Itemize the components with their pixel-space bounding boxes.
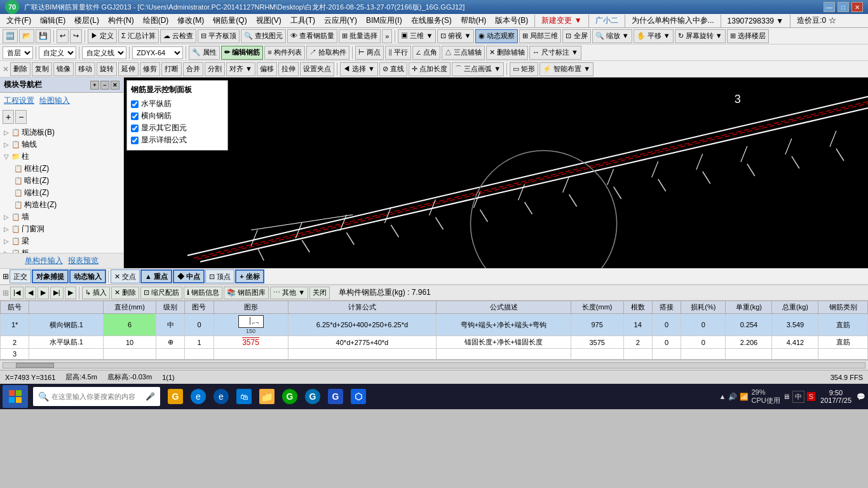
define-btn[interactable]: ▶ 定义 [88, 29, 117, 43]
rect-btn[interactable]: ▭ 矩形 [510, 62, 538, 76]
tree-item-xianjiaob[interactable]: ▷📋现浇板(B) [1, 126, 122, 139]
maximize-button[interactable]: □ [837, 2, 849, 12]
calc-btn[interactable]: Σ 汇总计算 [118, 29, 159, 43]
save-btn[interactable]: 💾 [36, 29, 51, 43]
taskbar-app-g3[interactable]: G [325, 386, 346, 407]
custom-line-select[interactable]: 自定义线 [82, 46, 126, 59]
extend-btn[interactable]: 延伸 [118, 62, 139, 76]
custom-select[interactable]: 自定义 [39, 46, 76, 59]
delete-btn[interactable]: 删除 [10, 62, 31, 76]
scrollbar-track[interactable] [3, 362, 865, 369]
stretch-btn[interactable]: 拉伸 [278, 62, 299, 76]
close-button[interactable]: ✕ [851, 2, 863, 12]
local-3d-btn[interactable]: ⊞ 局部三维 [519, 29, 561, 43]
edit-rebar-btn[interactable]: ✏ 编辑钢筋 [221, 46, 263, 60]
select-btn[interactable]: ◀ 选择 ▼ [340, 62, 378, 76]
steel-close-btn[interactable]: 关闭 [309, 287, 330, 299]
zoom-btn[interactable]: 🔍 缩放 ▼ [592, 29, 632, 43]
tree-item-menchuangdong[interactable]: ▷📋门窗洞 [1, 223, 122, 235]
engineering-settings-link[interactable]: 工程设置 [4, 95, 34, 106]
trim-btn[interactable]: 修剪 [140, 62, 160, 76]
pan-btn[interactable]: ✋ 平移 ▼ [634, 29, 674, 43]
rotate-btn[interactable]: 旋转 [97, 62, 117, 76]
three-point-axis-btn[interactable]: △ 三点辅轴 [442, 46, 485, 60]
menu-view[interactable]: 视图(V) [252, 14, 285, 27]
snap-intersect-btn[interactable]: ✕ 交点 [111, 269, 140, 283]
menu-tools[interactable]: 工具(T) [287, 14, 319, 27]
set-grip-btn[interactable]: 设置夹点 [300, 62, 334, 76]
snap-vertex-btn[interactable]: ⊡ 顶点 [205, 269, 234, 283]
search-box[interactable]: 🔍 🎤 [33, 387, 160, 406]
move-btn[interactable]: 移动 [75, 62, 95, 76]
dynamic-obs-btn[interactable]: ◉ 动态观察 [475, 29, 518, 43]
steel-library-btn[interactable]: 📚 钢筋图库 [224, 287, 269, 299]
tray-icon-1[interactable]: ▲ [719, 393, 726, 400]
snap-coord-btn[interactable]: + 坐标 [235, 269, 264, 283]
taskbar-app-folder[interactable]: 📁 [257, 386, 277, 407]
merge-btn[interactable]: 合并 [183, 62, 203, 76]
horizontal-scrollbar[interactable] [0, 360, 868, 370]
menu-bim[interactable]: BIM应用(I) [362, 14, 406, 27]
find-element-btn[interactable]: 🔍 查找图元 [241, 29, 286, 43]
drawing-input-link[interactable]: 绘图输入 [39, 95, 70, 106]
canvas-area[interactable]: 钢筋显示控制面板 水平纵筋 横向钢筋 显示其它图元 显示详细公式 [124, 78, 868, 268]
time-display[interactable]: 9:50 2017/7/25 [820, 389, 851, 404]
tree-item-zhouxi[interactable]: ▷📋轴线 [1, 139, 122, 151]
menu-why[interactable]: 为什么单构件输入中参... [628, 14, 718, 27]
checkbox-formula[interactable]: 显示详细公式 [131, 134, 224, 146]
menu-edit[interactable]: 编辑(E) [36, 14, 69, 27]
align-btn[interactable]: 对齐 ▼ [226, 62, 255, 76]
checkbox-transverse[interactable]: 横向钢筋 [131, 110, 224, 122]
arc-btn[interactable]: ⌒ 三点画弧 ▼ [452, 62, 504, 76]
single-component-link[interactable]: 单构件输入 [25, 255, 63, 266]
copy-btn[interactable]: 复制 [32, 62, 52, 76]
minimize-button[interactable]: — [824, 2, 835, 12]
drawing-canvas[interactable]: 3 A X Y [124, 78, 868, 268]
snap-ortho-btn[interactable]: 正交 [10, 269, 31, 283]
pick-component-btn[interactable]: ↗ 拾取构件 [306, 46, 349, 60]
nav-add-btn[interactable]: + [3, 110, 14, 124]
top-view-btn[interactable]: ⊡ 俯视 ▼ [437, 29, 474, 43]
3d-btn[interactable]: ▣ 三维 ▼ [398, 29, 436, 43]
undo-btn[interactable]: ↩ [57, 29, 69, 43]
line-btn[interactable]: ⊘ 直线 [379, 62, 407, 76]
steel-delete-btn[interactable]: ✕ 删除 [111, 287, 139, 299]
angle-point-btn[interactable]: ∠ 点角 [412, 46, 440, 60]
tree-item-zhu[interactable]: ▽📁柱 [1, 151, 122, 163]
level-slab-btn[interactable]: ⊟ 平齐板顶 [198, 29, 240, 43]
steel-last-btn[interactable]: ▶| [50, 287, 64, 299]
snap-dynamic-btn[interactable]: 动态输入 [69, 269, 106, 283]
nav-btn-1[interactable]: + [90, 81, 99, 90]
two-point-btn[interactable]: ⊢ 两点 [355, 46, 384, 60]
taskbar-app-store[interactable]: 🛍 [234, 386, 254, 407]
menu-online[interactable]: 在线服务(S) [407, 14, 456, 27]
taskbar-app-g1[interactable]: G [280, 386, 300, 407]
tray-input-method[interactable]: S [807, 392, 815, 401]
view-rebar-btn[interactable]: 👁 查看钢筋量 [287, 29, 337, 43]
report-preview-link[interactable]: 报表预览 [68, 255, 98, 266]
property-btn[interactable]: 🔧 属性 [189, 46, 220, 60]
tray-icon-2[interactable]: 🔊 [728, 393, 737, 401]
menu-help[interactable]: 帮助(H) [457, 14, 491, 27]
menu-gxe[interactable]: 广小二 [592, 14, 622, 27]
tree-item-duanzhu[interactable]: 📋端柱(Z) [1, 187, 122, 199]
search-input[interactable] [51, 393, 146, 400]
table-row[interactable]: 3 [1, 349, 868, 360]
menu-component[interactable]: 构件(N) [104, 14, 138, 27]
split-btn[interactable]: 分割 [205, 62, 225, 76]
steel-next-btn[interactable]: ▶ [37, 287, 49, 299]
cloud-check-btn[interactable]: ☁ 云检查 [160, 29, 196, 43]
snap-midpoint-btn[interactable]: ◆ 中点 [173, 269, 205, 283]
open-btn[interactable]: 📂 [19, 29, 34, 43]
checkbox-other[interactable]: 显示其它图元 [131, 122, 224, 134]
break-btn[interactable]: 打断 [161, 62, 182, 76]
floor-select[interactable]: 首层 [3, 46, 33, 59]
dim-btn[interactable]: ↔ 尺寸标注 ▼ [529, 46, 581, 60]
steel-prev-btn[interactable]: ◀ [25, 287, 36, 299]
menu-phone[interactable]: 13907298339 ▼ [724, 15, 788, 27]
tree-item-ban[interactable]: ▷📋板 [1, 247, 122, 253]
delete-axis-btn[interactable]: ✕ 删除辅轴 [486, 46, 528, 60]
tray-lang[interactable]: 中 [792, 391, 804, 403]
new-btn[interactable]: 🆕 [3, 29, 18, 43]
steel-insert-btn[interactable]: ↳ 插入 [82, 287, 110, 299]
